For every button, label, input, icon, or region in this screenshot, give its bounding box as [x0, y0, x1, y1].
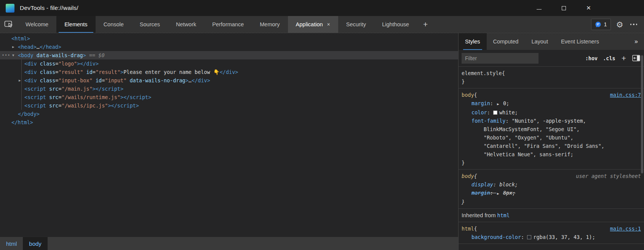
property-name[interactable]: font-family — [471, 118, 505, 124]
tree-row[interactable]: ▶<head>…</head> — [0, 43, 458, 51]
tab-lighthouse[interactable]: Lighthouse — [374, 16, 417, 33]
css-property[interactable]: margin: ▶ 0; — [462, 99, 641, 108]
css-property[interactable]: margin: ▶ 8px; — [462, 189, 641, 198]
add-tab-button[interactable]: + — [417, 16, 434, 33]
toggle-pseudo-state-button[interactable]: :hov — [585, 55, 598, 61]
tree-row[interactable]: ▶<div class="input-box" id="input" data-… — [0, 76, 458, 85]
emoji: 👇 — [213, 69, 220, 75]
code-tag: ></script> — [93, 86, 123, 92]
css-property[interactable]: font-family: "Nunito", -apple-system, — [462, 117, 641, 125]
tab-security[interactable]: Security — [338, 16, 374, 33]
property-name[interactable]: display — [471, 181, 493, 188]
maximize-button[interactable] — [561, 5, 567, 11]
minimize-icon — [537, 9, 542, 10]
inspect-element-button[interactable] — [0, 16, 18, 33]
property-name[interactable]: margin — [471, 190, 490, 196]
tree-row[interactable]: <div class="result" id="result">Please e… — [0, 68, 458, 76]
tree-row[interactable]: </body> — [0, 110, 458, 118]
tab-memory[interactable]: Memory — [252, 16, 288, 33]
css-property[interactable]: background-color: rgba(33, 37, 43, 1); — [462, 233, 641, 241]
tree-row[interactable]: •••▼<body data-wails-drag> == $0 — [0, 51, 458, 59]
expander-open-icon[interactable]: ▼ — [12, 51, 14, 59]
color-swatch[interactable] — [527, 235, 531, 239]
sidebar-tab-event-listeners[interactable]: Event Listeners — [555, 33, 606, 50]
code-attr-value: "logo" — [58, 61, 77, 67]
issues-chat-icon — [595, 21, 601, 28]
tree-row[interactable]: <div class="logo"></div> — [0, 59, 458, 68]
property-value[interactable]: 8px; — [503, 190, 516, 196]
styles-filter-input[interactable] — [462, 53, 539, 64]
property-name[interactable]: margin — [471, 100, 490, 106]
rule-selector[interactable]: element.style — [462, 69, 502, 77]
code-attribute: class — [37, 77, 56, 83]
tree-row[interactable]: <script src="/wails/runtime.js"></script… — [0, 93, 458, 101]
sidebar-tab-computed[interactable]: Computed — [487, 33, 525, 50]
expander-closed-icon[interactable]: ▶ — [19, 76, 21, 85]
expand-value-icon[interactable]: ▶ — [497, 102, 501, 106]
property-value[interactable]: 0; — [503, 100, 509, 106]
styles-scrollbar-thumb[interactable] — [641, 55, 643, 173]
property-value-wrap: "Helvetica Neue", sans-serif; — [462, 150, 641, 159]
code-tag: > — [120, 69, 123, 75]
toggle-sidebar-pane-icon[interactable] — [632, 55, 640, 61]
elements-panel: <html>▶<head>…</head>•••▼<body data-wail… — [0, 33, 458, 250]
tree-row[interactable]: <script src="/wails/ipc.js"></script> — [0, 101, 458, 110]
settings-gear-icon[interactable]: ⚙ — [616, 21, 623, 29]
rule-selector[interactable]: body — [462, 172, 474, 180]
css-property[interactable]: color: white; — [462, 108, 641, 117]
more-options-icon[interactable] — [629, 24, 639, 25]
code-text: = — [58, 94, 61, 100]
breadcrumb-item-body[interactable]: body — [23, 237, 48, 250]
sidebar-tab-layout[interactable]: Layout — [525, 33, 555, 50]
code-text: … — [37, 44, 40, 50]
toggle-element-class-button[interactable]: .cls — [603, 55, 615, 61]
node-actions-dots[interactable]: ••• — [2, 51, 11, 59]
expander-closed-icon[interactable]: ▶ — [12, 43, 14, 51]
sidebar-tabs-overflow-icon[interactable]: » — [628, 33, 644, 50]
tree-row[interactable]: <script src="/main.js"></script> — [0, 85, 458, 93]
tab-network[interactable]: Network — [168, 16, 204, 33]
close-tab-icon[interactable]: × — [327, 21, 330, 27]
tab-label: Performance — [212, 21, 244, 27]
tab-console[interactable]: Console — [96, 16, 132, 33]
tree-row[interactable]: <html> — [0, 34, 458, 43]
indent-guide — [21, 59, 22, 68]
property-name[interactable]: color — [471, 109, 487, 115]
toolbar-right-actions: 1 ⚙ — [591, 16, 644, 33]
property-value[interactable]: white; — [499, 109, 518, 115]
expand-value-icon[interactable]: ▶ — [497, 192, 501, 196]
rule-selector[interactable]: body — [462, 91, 474, 99]
close-button[interactable]: ✕ — [586, 5, 591, 11]
code-tag: <div — [24, 61, 37, 67]
new-style-rule-button[interactable]: + — [621, 54, 627, 63]
tab-performance[interactable]: Performance — [204, 16, 252, 33]
code-tag: ></script> — [108, 103, 139, 109]
tab-label: Security — [346, 21, 366, 27]
property-name[interactable]: background-color — [471, 234, 521, 240]
toolbar-tabs: WelcomeElementsConsoleSourcesNetworkPerf… — [18, 16, 434, 33]
issues-button[interactable]: 1 — [591, 19, 611, 30]
tab-sources[interactable]: Sources — [132, 16, 168, 33]
property-value[interactable]: rgba(33, 37, 43, 1); — [533, 234, 595, 240]
inherited-from-link[interactable]: html — [497, 212, 510, 218]
code-attr-value: "/wails/ipc.js" — [62, 103, 108, 109]
tab-elements[interactable]: Elements — [56, 16, 95, 33]
property-value[interactable]: block; — [499, 181, 518, 188]
property-value[interactable]: "Nunito", -apple-system, — [512, 118, 586, 124]
minimize-button[interactable] — [536, 5, 542, 11]
color-swatch[interactable] — [493, 111, 497, 115]
open-brace: { — [474, 91, 477, 99]
tab-welcome[interactable]: Welcome — [18, 16, 56, 33]
tab-application[interactable]: Application× — [288, 16, 338, 33]
breadcrumb-item-html[interactable]: html — [0, 237, 23, 250]
stylesheet-source-label: user agent stylesheet — [576, 172, 641, 180]
dom-tree: <html>▶<head>…</head>•••▼<body data-wail… — [0, 33, 458, 237]
code-tag: <body — [18, 52, 34, 58]
css-property[interactable]: display: block; — [462, 180, 641, 189]
rule-selector[interactable]: html — [462, 224, 474, 233]
sidebar-tab-styles[interactable]: Styles — [459, 33, 487, 50]
style-rule-section: body {user agent stylesheetdisplay: bloc… — [459, 170, 644, 209]
tree-row[interactable]: </html> — [0, 118, 458, 127]
stylesheet-link[interactable]: main.css:7 — [610, 91, 641, 99]
stylesheet-link[interactable]: main.css:1 — [610, 224, 641, 233]
